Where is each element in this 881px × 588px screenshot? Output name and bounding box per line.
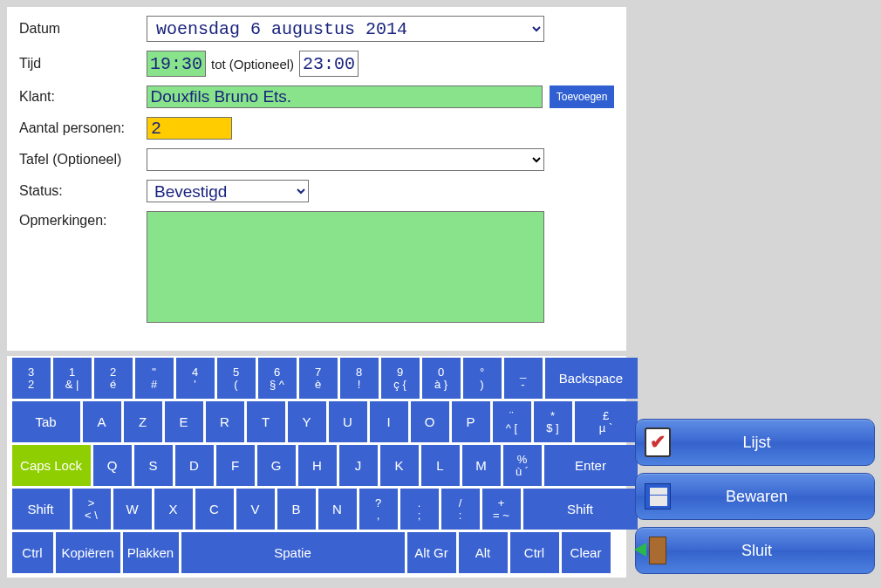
row-opmerkingen: Opmerkingen:	[19, 211, 614, 323]
key-kopiren[interactable]: Kopiëren	[56, 532, 120, 573]
key-s[interactable]: S	[134, 445, 173, 486]
label-status: Status:	[19, 183, 147, 199]
key-shift[interactable]: Shift	[523, 489, 638, 530]
key-[interactable]: ? ,	[359, 489, 398, 530]
key-tab[interactable]: Tab	[12, 401, 80, 442]
key-altgr[interactable]: Alt Gr	[407, 532, 456, 573]
key-[interactable]: " #	[135, 358, 174, 399]
key-h[interactable]: H	[298, 445, 337, 486]
key-d[interactable]: D	[175, 445, 214, 486]
label-tijd: Tijd	[19, 56, 147, 72]
sluit-button[interactable]: Sluit	[635, 527, 875, 574]
key-32[interactable]: 3 2	[12, 358, 51, 399]
label-tafel: Tafel (Optioneel)	[19, 152, 147, 168]
save-icon	[641, 480, 674, 513]
key-n[interactable]: N	[318, 489, 357, 530]
key-1[interactable]: 1 & |	[53, 358, 92, 399]
key-[interactable]: + = ~	[482, 489, 521, 530]
key-[interactable]: ¨ ^ [	[493, 401, 531, 442]
tafel-select[interactable]	[147, 148, 544, 171]
key-9[interactable]: 9 ç {	[381, 358, 420, 399]
key-[interactable]: . ;	[400, 489, 439, 530]
key-c[interactable]: C	[195, 489, 234, 530]
key-4[interactable]: 4 '	[176, 358, 215, 399]
key-7[interactable]: 7 è	[299, 358, 338, 399]
key-k[interactable]: K	[380, 445, 419, 486]
reservation-form: Datum woensdag 6 augustus 2014 Tijd tot …	[7, 7, 626, 351]
key-capslock[interactable]: Caps Lock	[12, 445, 91, 486]
key-r[interactable]: R	[206, 401, 244, 442]
key-t[interactable]: T	[247, 401, 285, 442]
key-a[interactable]: A	[83, 401, 121, 442]
key-enter[interactable]: Enter	[544, 445, 638, 486]
key-ctrl[interactable]: Ctrl	[510, 532, 559, 573]
key-[interactable]: £ µ `	[575, 401, 638, 442]
key-clear[interactable]: Clear	[562, 532, 611, 573]
key-[interactable]: / :	[441, 489, 480, 530]
row-personen: Aantal personen:	[19, 117, 614, 140]
datum-select[interactable]: woensdag 6 augustus 2014	[147, 16, 544, 42]
key-plakken[interactable]: Plakken	[123, 532, 179, 573]
door-exit-icon	[641, 534, 674, 567]
key-[interactable]: % ù ´	[503, 445, 542, 486]
key-[interactable]: > < \	[72, 489, 111, 530]
lijst-button[interactable]: Lijst	[635, 419, 875, 466]
key-g[interactable]: G	[257, 445, 296, 486]
personen-input[interactable]	[147, 117, 232, 140]
toevoegen-button[interactable]: Toevoegen	[550, 85, 614, 108]
key-q[interactable]: Q	[93, 445, 132, 486]
lijst-label: Lijst	[674, 434, 874, 452]
key-j[interactable]: J	[339, 445, 378, 486]
label-personen: Aantal personen:	[19, 120, 147, 136]
opmerkingen-textarea[interactable]	[147, 211, 544, 323]
tijd-hint: tot (Optioneel)	[211, 57, 294, 72]
klant-input[interactable]	[147, 85, 543, 108]
key-l[interactable]: L	[421, 445, 460, 486]
key-[interactable]: * $ ]	[534, 401, 572, 442]
tijd-to-input[interactable]	[299, 51, 359, 77]
key-[interactable]: ° )	[463, 358, 502, 399]
key-ctrl[interactable]: Ctrl	[12, 532, 53, 573]
key-m[interactable]: M	[462, 445, 501, 486]
tijd-from-input[interactable]	[147, 51, 206, 77]
key-p[interactable]: P	[452, 401, 490, 442]
row-tafel: Tafel (Optioneel)	[19, 148, 614, 171]
key-b[interactable]: B	[277, 489, 316, 530]
key-o[interactable]: O	[411, 401, 449, 442]
label-datum: Datum	[19, 21, 147, 37]
list-icon	[641, 426, 674, 459]
label-opmerkingen: Opmerkingen:	[19, 211, 147, 229]
key-x[interactable]: X	[154, 489, 193, 530]
key-f[interactable]: F	[216, 445, 255, 486]
key-e[interactable]: E	[165, 401, 203, 442]
row-klant: Klant: Toevoegen	[19, 85, 614, 108]
key-i[interactable]: I	[370, 401, 408, 442]
key-z[interactable]: Z	[124, 401, 162, 442]
key-0[interactable]: 0 à }	[422, 358, 461, 399]
bewaren-button[interactable]: Bewaren	[635, 473, 875, 520]
row-datum: Datum woensdag 6 augustus 2014	[19, 16, 614, 42]
key-u[interactable]: U	[329, 401, 367, 442]
key-shift[interactable]: Shift	[12, 489, 70, 530]
key-backspace[interactable]: Backspace	[545, 358, 638, 399]
key-alt[interactable]: Alt	[459, 532, 508, 573]
key-6[interactable]: 6 § ^	[258, 358, 297, 399]
row-status: Status: Bevestigd	[19, 180, 614, 202]
key-[interactable]: _ -	[504, 358, 543, 399]
onscreen-keyboard: 3 21 & |2 é" #4 '5 (6 § ^7 è8 !9 ç {0 à …	[7, 356, 626, 578]
row-tijd: Tijd tot (Optioneel)	[19, 51, 614, 77]
label-klant: Klant:	[19, 89, 147, 105]
key-spatie[interactable]: Spatie	[181, 532, 405, 573]
key-w[interactable]: W	[113, 489, 152, 530]
sluit-label: Sluit	[674, 542, 874, 560]
key-v[interactable]: V	[236, 489, 275, 530]
bewaren-label: Bewaren	[674, 488, 874, 506]
key-5[interactable]: 5 (	[217, 358, 256, 399]
key-y[interactable]: Y	[288, 401, 326, 442]
key-8[interactable]: 8 !	[340, 358, 379, 399]
status-select[interactable]: Bevestigd	[147, 180, 309, 202]
key-2[interactable]: 2 é	[94, 358, 133, 399]
